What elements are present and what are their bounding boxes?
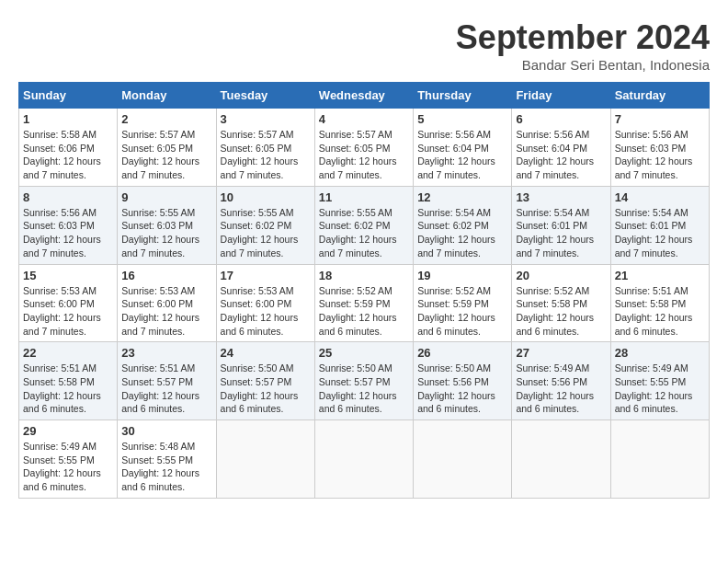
calendar-cell: 15 Sunrise: 5:53 AMSunset: 6:00 PMDaylig…: [19, 264, 118, 342]
calendar-cell: [512, 420, 610, 499]
day-detail: Sunrise: 5:53 AMSunset: 6:00 PMDaylight:…: [23, 284, 113, 339]
weekday-header-row: SundayMondayTuesdayWednesdayThursdayFrid…: [19, 83, 710, 109]
day-detail: Sunrise: 5:49 AMSunset: 5:56 PMDaylight:…: [516, 362, 606, 416]
day-number: 3: [221, 112, 311, 126]
weekday-header: Sunday: [19, 83, 118, 109]
day-detail: Sunrise: 5:58 AMSunset: 6:06 PMDaylight:…: [23, 128, 113, 182]
calendar-cell: [610, 420, 709, 499]
day-number: 26: [417, 346, 507, 360]
calendar-cell: 22 Sunrise: 5:51 AMSunset: 5:58 PMDaylig…: [19, 342, 118, 420]
day-detail: Sunrise: 5:52 AMSunset: 5:59 PMDaylight:…: [319, 284, 409, 339]
calendar-cell: 12 Sunrise: 5:54 AMSunset: 6:02 PMDaylig…: [414, 186, 512, 264]
calendar-cell: 18 Sunrise: 5:52 AMSunset: 5:59 PMDaylig…: [314, 264, 413, 342]
calendar-cell: [414, 420, 512, 499]
day-number: 15: [23, 269, 113, 282]
day-detail: Sunrise: 5:54 AMSunset: 6:01 PMDaylight:…: [615, 206, 705, 260]
day-number: 24: [221, 346, 311, 360]
weekday-header: Thursday: [414, 83, 512, 109]
calendar-cell: [216, 420, 314, 499]
location-title: Bandar Seri Bentan, Indonesia: [456, 57, 710, 73]
day-number: 6: [516, 112, 606, 126]
calendar-cell: 29 Sunrise: 5:49 AMSunset: 5:55 PMDaylig…: [19, 420, 118, 499]
day-number: 7: [615, 112, 705, 126]
day-detail: Sunrise: 5:56 AMSunset: 6:03 PMDaylight:…: [615, 128, 705, 182]
day-detail: Sunrise: 5:54 AMSunset: 6:01 PMDaylight:…: [516, 206, 606, 260]
calendar-cell: 17 Sunrise: 5:53 AMSunset: 6:00 PMDaylig…: [216, 264, 314, 342]
weekday-header: Monday: [118, 83, 216, 109]
day-detail: Sunrise: 5:51 AMSunset: 5:58 PMDaylight:…: [23, 362, 113, 416]
day-number: 23: [121, 346, 211, 360]
title-area: September 2024 Bandar Seri Bentan, Indon…: [456, 18, 710, 73]
day-number: 9: [121, 190, 211, 204]
day-number: 22: [23, 346, 113, 360]
day-detail: Sunrise: 5:55 AMSunset: 6:02 PMDaylight:…: [319, 206, 409, 260]
day-detail: Sunrise: 5:57 AMSunset: 6:05 PMDaylight:…: [121, 128, 211, 182]
day-number: 18: [319, 269, 409, 282]
day-detail: Sunrise: 5:49 AMSunset: 5:55 PMDaylight:…: [23, 440, 113, 494]
day-detail: Sunrise: 5:51 AMSunset: 5:57 PMDaylight:…: [121, 362, 211, 416]
calendar-cell: 4 Sunrise: 5:57 AMSunset: 6:05 PMDayligh…: [314, 109, 413, 187]
day-number: 11: [319, 190, 409, 204]
calendar-cell: 21 Sunrise: 5:51 AMSunset: 5:58 PMDaylig…: [610, 264, 709, 342]
day-number: 12: [417, 190, 507, 204]
day-number: 14: [615, 190, 705, 204]
day-number: 30: [121, 424, 211, 438]
day-detail: Sunrise: 5:49 AMSunset: 5:55 PMDaylight:…: [615, 362, 705, 416]
page-header: General Blue September 2024 Bandar Seri …: [18, 18, 710, 73]
day-detail: Sunrise: 5:52 AMSunset: 5:58 PMDaylight:…: [516, 284, 606, 339]
calendar-week-row: 29 Sunrise: 5:49 AMSunset: 5:55 PMDaylig…: [19, 420, 710, 499]
weekday-header: Wednesday: [314, 83, 413, 109]
month-title: September 2024: [456, 18, 710, 57]
calendar-cell: 11 Sunrise: 5:55 AMSunset: 6:02 PMDaylig…: [314, 186, 413, 264]
day-detail: Sunrise: 5:54 AMSunset: 6:02 PMDaylight:…: [417, 206, 507, 260]
calendar-cell: 5 Sunrise: 5:56 AMSunset: 6:04 PMDayligh…: [414, 109, 512, 187]
calendar-cell: 7 Sunrise: 5:56 AMSunset: 6:03 PMDayligh…: [610, 109, 709, 187]
calendar-cell: 23 Sunrise: 5:51 AMSunset: 5:57 PMDaylig…: [118, 342, 216, 420]
day-number: 21: [615, 269, 705, 282]
day-detail: Sunrise: 5:57 AMSunset: 6:05 PMDaylight:…: [221, 128, 311, 182]
calendar-cell: 3 Sunrise: 5:57 AMSunset: 6:05 PMDayligh…: [216, 109, 314, 187]
day-number: 5: [417, 112, 507, 126]
day-number: 16: [121, 269, 211, 282]
calendar-cell: 1 Sunrise: 5:58 AMSunset: 6:06 PMDayligh…: [19, 109, 118, 187]
calendar-week-row: 1 Sunrise: 5:58 AMSunset: 6:06 PMDayligh…: [19, 109, 710, 187]
day-detail: Sunrise: 5:53 AMSunset: 6:00 PMDaylight:…: [221, 284, 311, 339]
calendar-cell: 20 Sunrise: 5:52 AMSunset: 5:58 PMDaylig…: [512, 264, 610, 342]
day-detail: Sunrise: 5:51 AMSunset: 5:58 PMDaylight:…: [615, 284, 705, 339]
day-detail: Sunrise: 5:56 AMSunset: 6:04 PMDaylight:…: [516, 128, 606, 182]
weekday-header: Tuesday: [216, 83, 314, 109]
day-number: 20: [516, 269, 606, 282]
calendar-week-row: 8 Sunrise: 5:56 AMSunset: 6:03 PMDayligh…: [19, 186, 710, 264]
day-number: 27: [516, 346, 606, 360]
calendar-cell: 30 Sunrise: 5:48 AMSunset: 5:55 PMDaylig…: [118, 420, 216, 499]
weekday-header: Saturday: [610, 83, 709, 109]
day-number: 2: [121, 112, 211, 126]
calendar-cell: 9 Sunrise: 5:55 AMSunset: 6:03 PMDayligh…: [118, 186, 216, 264]
day-detail: Sunrise: 5:56 AMSunset: 6:04 PMDaylight:…: [417, 128, 507, 182]
calendar-cell: [314, 420, 413, 499]
calendar-cell: 25 Sunrise: 5:50 AMSunset: 5:57 PMDaylig…: [314, 342, 413, 420]
day-detail: Sunrise: 5:55 AMSunset: 6:03 PMDaylight:…: [121, 206, 211, 260]
day-number: 4: [319, 112, 409, 126]
day-detail: Sunrise: 5:50 AMSunset: 5:56 PMDaylight:…: [417, 362, 507, 416]
calendar-cell: 10 Sunrise: 5:55 AMSunset: 6:02 PMDaylig…: [216, 186, 314, 264]
day-detail: Sunrise: 5:48 AMSunset: 5:55 PMDaylight:…: [121, 440, 211, 494]
day-number: 8: [23, 190, 113, 204]
calendar-week-row: 15 Sunrise: 5:53 AMSunset: 6:00 PMDaylig…: [19, 264, 710, 342]
day-number: 17: [221, 269, 311, 282]
day-number: 28: [615, 346, 705, 360]
calendar-week-row: 22 Sunrise: 5:51 AMSunset: 5:58 PMDaylig…: [19, 342, 710, 420]
day-detail: Sunrise: 5:56 AMSunset: 6:03 PMDaylight:…: [23, 206, 113, 260]
calendar-cell: 16 Sunrise: 5:53 AMSunset: 6:00 PMDaylig…: [118, 264, 216, 342]
calendar-cell: 19 Sunrise: 5:52 AMSunset: 5:59 PMDaylig…: [414, 264, 512, 342]
calendar-cell: 24 Sunrise: 5:50 AMSunset: 5:57 PMDaylig…: [216, 342, 314, 420]
calendar-cell: 28 Sunrise: 5:49 AMSunset: 5:55 PMDaylig…: [610, 342, 709, 420]
calendar-cell: 27 Sunrise: 5:49 AMSunset: 5:56 PMDaylig…: [512, 342, 610, 420]
calendar-cell: 26 Sunrise: 5:50 AMSunset: 5:56 PMDaylig…: [414, 342, 512, 420]
day-number: 1: [23, 112, 113, 126]
calendar-cell: 14 Sunrise: 5:54 AMSunset: 6:01 PMDaylig…: [610, 186, 709, 264]
day-number: 13: [516, 190, 606, 204]
day-number: 10: [221, 190, 311, 204]
day-number: 29: [23, 424, 113, 438]
day-detail: Sunrise: 5:53 AMSunset: 6:00 PMDaylight:…: [121, 284, 211, 339]
